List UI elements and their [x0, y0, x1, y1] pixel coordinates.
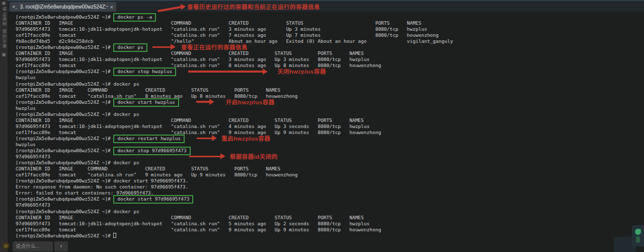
spacer: [147, 48, 152, 49]
command-highlight-box: docker start hwzplus: [113, 98, 179, 107]
terminal-line: [root@iZm5e8wrubqdpew00wz524Z ~]#: [16, 233, 644, 239]
terminal-text: CONTAINER ID IMAGE COMMAND CREATED STATU…: [16, 215, 364, 220]
terminal-line: 97d96695f473 tomcat:10-jdk11-adoptopenjd…: [16, 26, 644, 32]
terminal-text: hwzplus: [16, 75, 36, 80]
terminal-text: [root@iZm5e8wrubqdpew00wz524Z ~]#: [16, 14, 113, 20]
annotation-text: 查看历史运行过的容器和当前正在运行的容器信息: [187, 3, 320, 11]
annotation-text: 开启hwzplus容器: [226, 99, 275, 105]
terminal-line: cef17facc09e tomcat "catalina.sh run" 8 …: [16, 93, 644, 99]
terminal-text: [root@iZm5e8wrubqdpew00wz524Z ~]#: [16, 136, 113, 141]
terminal-cursor: [113, 233, 116, 238]
plant-pot-icon: [636, 236, 640, 242]
screen: ◉ 停止录制 我的头像 ▣ >_ 3. root@iZm5e8wrubqdpew…: [0, 0, 644, 252]
terminal-text: [root@iZm5e8wrubqdpew00wz524Z ~]#: [16, 196, 113, 202]
terminal-text: [root@iZm5e8wrubqdpew00wz524Z ~]# docker…: [16, 209, 139, 214]
terminal-line: [root@iZm5e8wrubqdpew00wz524Z ~]# docker…: [16, 69, 644, 75]
terminal-text: Error response from daemon: No such cont…: [16, 184, 188, 190]
command-highlight-box: docker start 97d96695f473: [113, 195, 193, 204]
terminal-text: cef17facc09e tomcat "catalina.sh run" 9 …: [16, 227, 381, 232]
close-icon[interactable]: ×: [110, 4, 113, 10]
terminal-text: [root@iZm5e8wrubqdpew00wz524Z ~]#: [16, 148, 113, 153]
terminal-line: cef17facc09e tomcat "catalina.sh run" 8 …: [16, 62, 644, 69]
terminal-text: [root@iZm5e8wrubqdpew00wz524Z ~]#: [16, 44, 113, 50]
terminal-text: [root@iZm5e8wrubqdpew00wz524Z ~]# docker…: [16, 178, 188, 183]
terminal-line: cef17facc09e tomcat "catalina.sh run" 7 …: [16, 32, 644, 38]
terminal-text: cef17facc09e tomcat "catalina.sh run" 8 …: [16, 93, 298, 99]
comment-input[interactable]: 说点什么...: [13, 241, 53, 251]
comment-bar: ☺ 说点什么... ‹: [0, 240, 91, 252]
terminal-text: [root@iZm5e8wrubqdpew00wz524Z ~]#: [16, 99, 113, 105]
spacer: [226, 158, 230, 158]
annotation-arrow-icon: [196, 101, 209, 103]
spacer: [179, 103, 196, 104]
terminal-line: hwzplus: [16, 105, 644, 111]
terminal-text: CONTAINER ID IMAGE COMMAND CREATED STATU…: [16, 50, 364, 56]
terminal-text: CONTAINER ID IMAGE COMMAND CREATED STATU…: [16, 117, 364, 123]
terminal-line: hwzplus: [16, 142, 644, 148]
terminal-line: cef17facc09e tomcat "catalina.sh run" 9 …: [16, 172, 644, 178]
annotation-text: 重启hwzplus容器: [221, 136, 270, 142]
terminal-text: [root@iZm5e8wrubqdpew00wz524Z ~]#: [16, 233, 113, 238]
annotation-arrow-icon: [189, 156, 220, 158]
terminal-line: 97d96695f473 tomcat:10-jdk11-adoptopenjd…: [16, 56, 644, 62]
terminal-text: cef17facc09e tomcat "catalina.sh run" 9 …: [16, 172, 298, 177]
emoji-icon[interactable]: ☺: [2, 242, 10, 249]
terminal-text: [root@iZm5e8wrubqdpew00wz524Z ~]# docker…: [16, 160, 139, 165]
terminal-line: 97d96695f473: [16, 202, 644, 208]
terminal-line: [root@iZm5e8wrubqdpew00wz524Z ~]# docker…: [16, 178, 644, 184]
terminal-text: 97d96695f473: [16, 202, 50, 208]
terminal-line: CONTAINER ID IMAGE COMMAND CREATED STATU…: [16, 87, 644, 93]
terminal-line: fb8ec8d74bd5 d2c94e258dcb "/hello" About…: [16, 38, 644, 44]
terminal-line: [root@iZm5e8wrubqdpew00wz524Z ~]# docker…: [16, 136, 644, 142]
thumbnail-icon: ▣: [0, 51, 8, 57]
terminal-line: cef17facc09e tomcat "catalina.sh run" 9 …: [16, 227, 644, 233]
terminal-line: 97d96695f473根据容器id关闭的: [16, 154, 644, 160]
terminal-text: CONTAINER ID IMAGE COMMAND CREATED STATU…: [16, 20, 421, 26]
terminal-line: [root@iZm5e8wrubqdpew00wz524Z ~]# docker…: [16, 81, 644, 87]
tab-bar: >_ 3. root@iZm5e8wrubqdpew00wz524Z:~ ×: [8, 0, 644, 12]
spacer: [215, 103, 226, 104]
rail-label-bottom[interactable]: 我的头像: [0, 29, 8, 48]
terminal-line: [root@iZm5e8wrubqdpew00wz524Z ~]# docker…: [16, 209, 644, 215]
annotation-text: 根据容器id关闭的: [230, 154, 278, 160]
terminal-text: hwzplus: [16, 105, 36, 111]
terminal-text: 97d96695f473 tomcat:10-jdk11-adoptopenjd…: [16, 123, 370, 129]
terminal-prompt-icon: >_: [13, 5, 18, 9]
terminal-line: 97d96695f473 tomcat:10-jdk11-adoptopenjd…: [16, 123, 644, 130]
terminal-text: 97d96695f473 tomcat:10-jdk11-adoptopenjd…: [16, 56, 370, 62]
command-highlight-box: docker restart hwzplus: [113, 135, 185, 143]
terminal-line: cef17facc09e tomcat "catalina.sh run" 9 …: [16, 130, 644, 136]
rail-label-top[interactable]: 停止录制: [0, 7, 8, 26]
terminal-line: [root@iZm5e8wrubqdpew00wz524Z ~]# docker…: [16, 14, 644, 20]
collapse-chevron-icon[interactable]: ‹: [54, 241, 68, 251]
terminal-line: CONTAINER ID IMAGE COMMAND CREATED STATU…: [16, 166, 644, 172]
terminal-line: 97d96695f473 tomcat:10-jdk11-adoptopenjd…: [16, 221, 644, 227]
spacer: [176, 73, 188, 73]
terminal-line: Error response from daemon: No such cont…: [16, 184, 644, 190]
terminal-text: hwzplus: [16, 142, 36, 147]
terminal-text: cef17facc09e tomcat "catalina.sh run" 7 …: [16, 32, 439, 38]
terminal-text: [root@iZm5e8wrubqdpew00wz524Z ~]# docker…: [16, 111, 139, 117]
spacer: [268, 73, 277, 73]
spacer: [176, 48, 181, 49]
spacer: [185, 140, 197, 140]
terminal-text: CONTAINER ID IMAGE COMMAND CREATED STATU…: [16, 166, 280, 171]
plant-icon: [635, 229, 641, 235]
terminal-line: [root@iZm5e8wrubqdpew00wz524Z ~]# docker…: [16, 44, 644, 50]
terminal-tab[interactable]: >_ 3. root@iZm5e8wrubqdpew00wz524Z:~ ×: [10, 2, 116, 12]
terminal-text: cef17facc09e tomcat "catalina.sh run" 9 …: [16, 130, 381, 135]
terminal-text: CONTAINER ID IMAGE COMMAND CREATED STATU…: [16, 87, 280, 93]
floating-widget[interactable]: [632, 225, 644, 246]
tab-title: 3. root@iZm5e8wrubqdpew00wz524Z:~: [20, 4, 108, 10]
terminal-text: cef17facc09e tomcat "catalina.sh run" 8 …: [16, 62, 381, 68]
annotation-text: 关闭hwzplus容器: [277, 69, 326, 75]
terminal-line: CONTAINER ID IMAGE COMMAND CREATED STATU…: [16, 117, 644, 123]
spacer: [50, 158, 189, 158]
terminal-text: [root@iZm5e8wrubqdpew00wz524Z ~]# docker…: [16, 81, 139, 87]
terminal-line: [root@iZm5e8wrubqdpew00wz524Z ~]# docker…: [16, 111, 644, 117]
left-side-rail: ◉ 停止录制 我的头像 ▣: [0, 0, 8, 252]
terminal-line: [root@iZm5e8wrubqdpew00wz524Z ~]# docker…: [16, 99, 644, 105]
terminal-line: CONTAINER ID IMAGE COMMAND CREATED STATU…: [16, 215, 644, 221]
terminal-text: [root@iZm5e8wrubqdpew00wz524Z ~]#: [16, 69, 113, 74]
annotation-arrow-icon: [152, 46, 171, 48]
